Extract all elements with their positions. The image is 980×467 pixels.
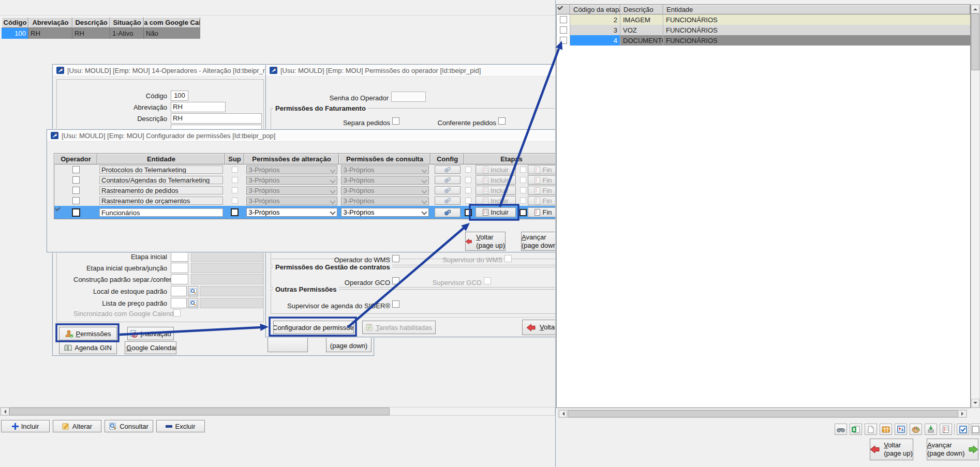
codigo-input[interactable]: 100 — [171, 91, 188, 101]
cell-entidade[interactable]: FUNCIONÁRIOS — [663, 35, 970, 46]
etapa-fin-button[interactable]: Fin — [528, 165, 559, 174]
consultar-button[interactable]: Consultar — [105, 420, 153, 432]
col-operador[interactable]: Operador — [54, 154, 97, 164]
unselect-all-button[interactable] — [971, 424, 980, 435]
grid-row[interactable]: Rastreamento de orçamentos 3-Próprios 3-… — [54, 195, 559, 206]
etapas-h-scrollbar[interactable] — [558, 410, 967, 418]
incluir-button[interactable]: Incluir — [1, 420, 50, 432]
scroll-down-button[interactable] — [971, 399, 979, 408]
permissao-consulta-select[interactable]: 3-Próprios — [341, 176, 429, 185]
etapa-fin-checkbox[interactable] — [520, 187, 526, 193]
permissao-alteracao-select[interactable]: 3-Próprios — [246, 197, 337, 205]
config-button[interactable] — [435, 186, 461, 194]
import-button[interactable] — [925, 424, 937, 435]
config-button[interactable] — [435, 176, 461, 184]
supervisor-agenda-checkbox[interactable] — [392, 300, 399, 308]
select-all-button[interactable] — [957, 424, 969, 435]
export-grid-button[interactable] — [880, 424, 892, 435]
configurador-titlebar[interactable]: [Usu: MOULD] [Emp: MOU] Configurador de … — [47, 130, 562, 142]
scrollbar-thumb[interactable] — [971, 13, 979, 70]
construcao-input[interactable] — [171, 274, 188, 284]
col-entidade[interactable]: Entidade — [663, 5, 970, 14]
grid-row[interactable]: Contatos/Agendas do Telemarketing 3-Próp… — [54, 175, 559, 185]
config-button[interactable] — [435, 197, 461, 205]
conf-voltar-button[interactable]: Voltar(page up) — [465, 232, 506, 251]
etapa-incluir-button[interactable]: Incluir — [476, 207, 516, 217]
scroll-left-button[interactable] — [1, 408, 9, 415]
etapa-incluir-button[interactable]: Incluir — [476, 196, 516, 205]
permissao-alteracao-select[interactable]: 3-Próprios — [246, 208, 337, 217]
etapa-incluir-checkbox[interactable] — [465, 167, 471, 173]
grid-row[interactable]: Rastreamento de pedidos 3-Próprios 3-Pró… — [54, 185, 559, 195]
operador-checkbox[interactable] — [72, 187, 80, 194]
sup-checkbox[interactable] — [232, 198, 238, 204]
search-binoculars-button[interactable] — [835, 424, 847, 435]
config-button[interactable] — [435, 165, 461, 174]
cell-descricao[interactable]: IMAGEM — [620, 14, 663, 25]
column-header[interactable]: Integra com Google Calendar — [144, 17, 200, 28]
grid-row[interactable]: Protocolos do Telemarketing 3-Próprios 3… — [54, 164, 559, 175]
col-sup[interactable]: Sup — [225, 154, 244, 164]
cell-situacao[interactable]: 1-Ativo — [110, 28, 144, 39]
etapa-incluir-checkbox[interactable] — [465, 209, 472, 216]
col-descricao[interactable]: Descrição — [620, 5, 663, 14]
col-alteracao[interactable]: Permissões de alteração — [244, 154, 339, 164]
google-calendar-button[interactable]: 31 Google Calendar — [125, 341, 176, 354]
separa-pedidos-checkbox[interactable] — [392, 117, 399, 125]
cell-codigo[interactable]: 2 — [570, 14, 620, 25]
scrollbar-thumb[interactable] — [568, 410, 958, 417]
permissoes-button[interactable]: Permissões — [59, 327, 117, 340]
lista-preco-input[interactable] — [171, 298, 187, 308]
main-h-scrollbar[interactable] — [0, 407, 555, 416]
supervisor-wms-checkbox[interactable] — [504, 255, 512, 262]
etapa-fin-button[interactable]: Fin — [528, 175, 559, 185]
sup-checkbox[interactable] — [231, 208, 239, 216]
scroll-left-button[interactable] — [559, 410, 567, 417]
etapa-inicial-input[interactable] — [171, 251, 188, 262]
conferente-pedidos-checkbox[interactable] — [498, 117, 506, 125]
sup-checkbox[interactable] — [232, 177, 238, 183]
etapas-v-scrollbar[interactable] — [971, 4, 980, 408]
column-header[interactable]: Descrição — [72, 17, 110, 28]
column-header[interactable]: Situação — [110, 17, 144, 28]
panel-voltar-button[interactable]: Voltar(page up) — [870, 439, 913, 460]
col-codigo-etapa[interactable]: Código da etapa — [570, 5, 620, 14]
etapa-row-selected[interactable]: 4 DOCUMENTOS FUNCIONÁRIOS — [557, 35, 970, 46]
col-config[interactable]: Config — [430, 154, 464, 164]
panel-avancar-button[interactable]: Avançar(page down) — [927, 439, 978, 460]
etapa-row[interactable]: 2 IMAGEM FUNCIONÁRIOS — [557, 14, 970, 25]
etapa-fin-button[interactable]: Fin — [528, 207, 559, 217]
cell-descricao[interactable]: DOCUMENTOS — [620, 35, 663, 46]
scroll-up-button[interactable] — [971, 5, 979, 13]
etapa-incluir-button[interactable]: Incluir — [476, 165, 516, 174]
inativacao-button[interactable]: Inativação — [127, 327, 174, 340]
cell-descricao[interactable]: RH — [72, 28, 110, 39]
permissao-alteracao-select[interactable]: 3-Próprios — [246, 186, 337, 195]
sup-checkbox[interactable] — [232, 187, 238, 193]
col-entidade[interactable]: Entidade — [97, 154, 225, 164]
op-avancar-button-fragment[interactable]: (page down) — [326, 336, 372, 352]
cell-codigo[interactable]: 3 — [570, 25, 620, 35]
senha-input[interactable] — [391, 92, 426, 102]
etapa-incluir-checkbox[interactable] — [465, 187, 471, 193]
grid-row-selected[interactable]: Funcionários 3-Próprios 3-Próprios Inclu… — [54, 206, 559, 219]
configurador-permissoes-button[interactable]: Configurador de permissões — [273, 321, 354, 334]
local-estoque-lookup-button[interactable] — [188, 286, 198, 296]
col-consulta[interactable]: Permissões de consulta — [339, 154, 430, 164]
checklist-button[interactable] — [940, 424, 952, 435]
column-header[interactable]: Abreviação — [28, 17, 72, 28]
table-row[interactable]: 100 RH RH 1-Ativo Não — [2, 28, 200, 39]
permissoes-titlebar[interactable]: [Usu: MOULD] [Emp: MOU] Permissões do op… — [266, 65, 560, 77]
permissao-consulta-select[interactable]: 3-Próprios — [341, 165, 429, 174]
etapa-fin-button[interactable]: Fin — [528, 186, 559, 195]
supervisor-gco-checkbox[interactable] — [484, 277, 491, 284]
etapa-fin-checkbox[interactable] — [520, 167, 526, 173]
etapa-incluir-button[interactable]: Incluir — [476, 186, 516, 195]
etapa-fin-checkbox[interactable] — [519, 209, 527, 216]
row-checkbox[interactable] — [560, 26, 567, 34]
scroll-right-button[interactable] — [958, 410, 967, 417]
permissao-consulta-select[interactable]: 3-Próprios — [341, 208, 429, 217]
cell-descricao[interactable]: VOZ — [620, 25, 663, 35]
new-document-button[interactable] — [865, 424, 877, 435]
operador-checkbox[interactable] — [72, 208, 80, 217]
